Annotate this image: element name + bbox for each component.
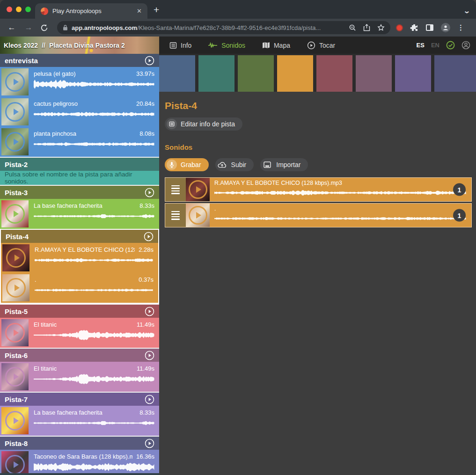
sound-waveform[interactable]: [214, 212, 467, 225]
play-overlay-icon[interactable]: [5, 367, 25, 387]
close-window-button[interactable]: [7, 7, 12, 12]
track-play-button[interactable]: [145, 307, 154, 316]
sound-waveform[interactable]: [34, 211, 154, 222]
sound-thumbnail[interactable]: [1, 200, 29, 227]
side-panel-icon[interactable]: [425, 24, 434, 31]
track-color-tab-3[interactable]: [238, 55, 274, 92]
drag-handle-icon[interactable]: [165, 178, 186, 201]
edit-track-info-button[interactable]: Editar info de pista: [165, 117, 242, 131]
new-tab-button[interactable]: +: [154, 4, 159, 15]
sound-item[interactable]: .0.37s: [1, 273, 158, 303]
track-header-pista-8[interactable]: Pista-8: [0, 437, 159, 450]
sound-thumbnail[interactable]: [1, 98, 29, 125]
track-color-tab-2[interactable]: [198, 55, 234, 92]
browser-tab[interactable]: Play Antropoloops ✕: [35, 3, 147, 19]
nav-item-info[interactable]: Info: [169, 42, 191, 49]
sound-waveform[interactable]: [214, 187, 467, 199]
sound-item[interactable]: El titanic11.49s: [0, 362, 159, 392]
sound-thumbnail[interactable]: [1, 407, 29, 434]
sound-thumbnail[interactable]: [1, 451, 29, 475]
sound-waveform[interactable]: [34, 461, 154, 473]
track-play-button[interactable]: [145, 56, 154, 66]
track-header-pista-5[interactable]: Pista-5: [0, 305, 159, 318]
sound-thumbnail[interactable]: [2, 274, 29, 301]
account-icon[interactable]: [461, 41, 470, 50]
sound-thumbnail[interactable]: [2, 244, 29, 271]
play-overlay-icon[interactable]: [5, 455, 25, 475]
sound-waveform[interactable]: [35, 285, 154, 296]
minimize-window-button[interactable]: [16, 7, 22, 12]
sound-item[interactable]: La base fachera facherita8.33s: [0, 199, 159, 229]
track-play-button[interactable]: [145, 188, 154, 197]
sound-waveform[interactable]: [35, 255, 154, 266]
track-color-tab-5[interactable]: [316, 55, 352, 92]
tab-close-icon[interactable]: ✕: [137, 7, 142, 15]
play-overlay-icon[interactable]: [5, 204, 25, 224]
play-overlay-icon[interactable]: [6, 248, 26, 268]
track-header-pista-3[interactable]: Pista-3: [0, 186, 159, 199]
nav-item-mapa[interactable]: Mapa: [262, 42, 290, 49]
track-play-button[interactable]: [144, 232, 154, 241]
reload-button[interactable]: [40, 24, 51, 32]
sound-waveform[interactable]: [34, 109, 154, 120]
drag-handle-icon[interactable]: [165, 204, 186, 227]
back-button[interactable]: ←: [7, 23, 17, 32]
track-header-pista-7[interactable]: Pista-7: [0, 393, 159, 406]
sound-waveform[interactable]: [34, 139, 154, 150]
language-es-button[interactable]: ES: [417, 42, 425, 49]
sound-waveform[interactable]: [34, 329, 154, 341]
track-play-button[interactable]: [145, 351, 154, 360]
browser-menu-kebab-icon[interactable]: ⋮: [457, 23, 464, 32]
zoom-window-button[interactable]: [25, 7, 31, 12]
sound-thumbnail[interactable]: [1, 363, 29, 390]
grabar-button[interactable]: Grabar: [165, 158, 209, 171]
play-overlay-icon[interactable]: [6, 278, 26, 298]
sound-thumbnail[interactable]: [186, 178, 210, 201]
track-color-tab-6[interactable]: [356, 55, 392, 92]
sound-item[interactable]: cactus peligroso20.84s: [0, 97, 159, 127]
play-overlay-icon[interactable]: [5, 102, 25, 122]
track-header-pista-6[interactable]: Pista-6: [0, 349, 159, 362]
forward-button[interactable]: →: [23, 23, 34, 32]
sound-thumbnail[interactable]: [1, 319, 29, 346]
sound-thumbnail[interactable]: [1, 128, 29, 155]
nav-item-tocar[interactable]: Tocar: [307, 41, 335, 50]
tab-search-chevron-icon[interactable]: ⌄: [463, 7, 470, 15]
subir-button[interactable]: Subir: [215, 158, 254, 171]
track-color-tab-7[interactable]: [395, 55, 431, 92]
track-play-button[interactable]: [145, 395, 154, 404]
sound-item[interactable]: El titanic11.49s: [0, 318, 159, 348]
play-overlay-icon[interactable]: [189, 180, 207, 199]
track-header-pista-4[interactable]: Pista-4: [1, 230, 158, 243]
play-overlay-icon[interactable]: [5, 323, 25, 343]
nav-item-sonidos[interactable]: Sonidos: [208, 42, 245, 49]
sound-thumbnail[interactable]: [186, 204, 210, 227]
sound-item[interactable]: R.AMAYA Y EL BOBOTE CHICO (128 kbps)....…: [1, 243, 158, 273]
sound-item[interactable]: La base fachera facherita8.33s: [0, 406, 159, 436]
track-sound-row[interactable]: .1: [165, 203, 472, 227]
project-breadcrumb-photo[interactable]: Kleos 2022 // Placeta Divina Pastora 2: [0, 37, 159, 54]
profile-avatar[interactable]: [441, 23, 450, 32]
play-overlay-icon[interactable]: [5, 411, 25, 431]
importar-button[interactable]: Importar: [260, 158, 308, 171]
play-overlay-icon[interactable]: [5, 132, 25, 152]
sound-item[interactable]: planta pinchosa8.08s: [0, 127, 159, 157]
track-sound-row[interactable]: R.AMAYA Y EL BOBOTE CHICO (128 kbps).mp3…: [165, 177, 472, 202]
sound-waveform[interactable]: [34, 417, 154, 429]
sound-thumbnail[interactable]: [1, 68, 29, 95]
sound-item[interactable]: Taconeo de Sara Baras (128 kbps).mp316.3…: [0, 450, 159, 475]
zoom-level-icon[interactable]: [349, 24, 356, 31]
sound-waveform[interactable]: [34, 79, 154, 90]
track-color-tab-4-selected[interactable]: [277, 55, 313, 92]
bookmark-star-icon[interactable]: [377, 24, 385, 31]
extensions-puzzle-icon[interactable]: [410, 23, 418, 32]
play-overlay-icon[interactable]: [5, 72, 25, 92]
track-color-tab-1[interactable]: [159, 55, 195, 92]
sound-waveform[interactable]: [34, 373, 154, 385]
language-en-button[interactable]: EN: [431, 42, 439, 49]
track-header-entrevista[interactable]: entrevista: [0, 54, 159, 67]
address-bar[interactable]: app.antropoloops.com/Kleos-Santa-Marina/…: [57, 21, 390, 34]
track-header-pista-2[interactable]: Pista-2: [0, 158, 159, 171]
play-overlay-icon[interactable]: [189, 206, 207, 225]
share-icon[interactable]: [363, 24, 370, 31]
